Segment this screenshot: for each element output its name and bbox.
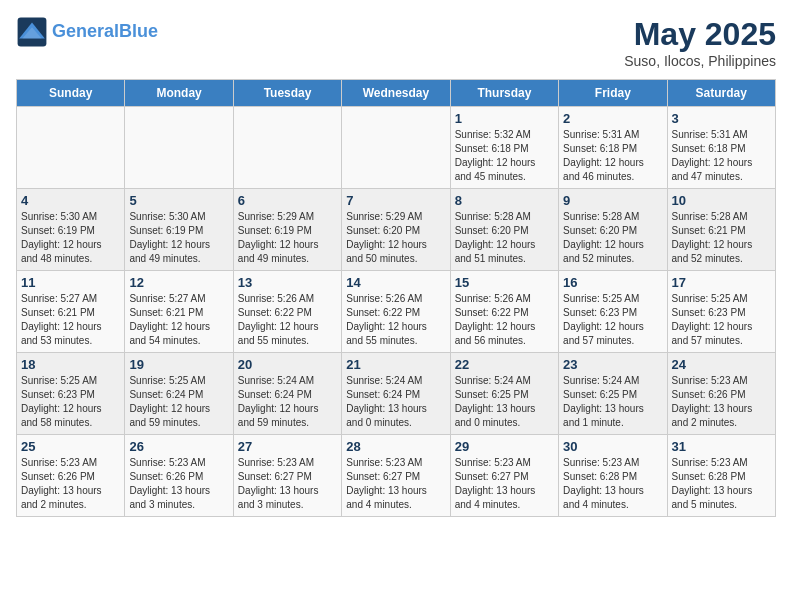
- day-number: 16: [563, 275, 662, 290]
- calendar-week-row: 11Sunrise: 5:27 AM Sunset: 6:21 PM Dayli…: [17, 271, 776, 353]
- calendar-cell: 25Sunrise: 5:23 AM Sunset: 6:26 PM Dayli…: [17, 435, 125, 517]
- weekday-header-wednesday: Wednesday: [342, 80, 450, 107]
- day-number: 20: [238, 357, 337, 372]
- weekday-header-sunday: Sunday: [17, 80, 125, 107]
- calendar-cell: 26Sunrise: 5:23 AM Sunset: 6:26 PM Dayli…: [125, 435, 233, 517]
- calendar-cell: 17Sunrise: 5:25 AM Sunset: 6:23 PM Dayli…: [667, 271, 775, 353]
- logo-text: GeneralBlue: [52, 22, 158, 42]
- day-number: 4: [21, 193, 120, 208]
- day-number: 5: [129, 193, 228, 208]
- calendar-table: SundayMondayTuesdayWednesdayThursdayFrid…: [16, 79, 776, 517]
- weekday-header-saturday: Saturday: [667, 80, 775, 107]
- calendar-cell: 15Sunrise: 5:26 AM Sunset: 6:22 PM Dayli…: [450, 271, 558, 353]
- day-info: Sunrise: 5:25 AM Sunset: 6:23 PM Dayligh…: [21, 374, 120, 430]
- day-info: Sunrise: 5:30 AM Sunset: 6:19 PM Dayligh…: [129, 210, 228, 266]
- weekday-header-monday: Monday: [125, 80, 233, 107]
- day-info: Sunrise: 5:31 AM Sunset: 6:18 PM Dayligh…: [672, 128, 771, 184]
- calendar-cell: 11Sunrise: 5:27 AM Sunset: 6:21 PM Dayli…: [17, 271, 125, 353]
- calendar-cell: 9Sunrise: 5:28 AM Sunset: 6:20 PM Daylig…: [559, 189, 667, 271]
- month-title: May 2025: [624, 16, 776, 53]
- calendar-cell: [125, 107, 233, 189]
- calendar-cell: [233, 107, 341, 189]
- day-number: 11: [21, 275, 120, 290]
- calendar-week-row: 25Sunrise: 5:23 AM Sunset: 6:26 PM Dayli…: [17, 435, 776, 517]
- day-number: 2: [563, 111, 662, 126]
- day-number: 24: [672, 357, 771, 372]
- day-number: 22: [455, 357, 554, 372]
- day-number: 15: [455, 275, 554, 290]
- day-number: 18: [21, 357, 120, 372]
- calendar-cell: 18Sunrise: 5:25 AM Sunset: 6:23 PM Dayli…: [17, 353, 125, 435]
- day-number: 17: [672, 275, 771, 290]
- weekday-header-row: SundayMondayTuesdayWednesdayThursdayFrid…: [17, 80, 776, 107]
- day-info: Sunrise: 5:23 AM Sunset: 6:27 PM Dayligh…: [346, 456, 445, 512]
- calendar-cell: 14Sunrise: 5:26 AM Sunset: 6:22 PM Dayli…: [342, 271, 450, 353]
- day-info: Sunrise: 5:23 AM Sunset: 6:26 PM Dayligh…: [21, 456, 120, 512]
- day-info: Sunrise: 5:26 AM Sunset: 6:22 PM Dayligh…: [346, 292, 445, 348]
- weekday-header-tuesday: Tuesday: [233, 80, 341, 107]
- day-info: Sunrise: 5:23 AM Sunset: 6:28 PM Dayligh…: [563, 456, 662, 512]
- day-number: 30: [563, 439, 662, 454]
- day-number: 23: [563, 357, 662, 372]
- day-info: Sunrise: 5:27 AM Sunset: 6:21 PM Dayligh…: [21, 292, 120, 348]
- day-info: Sunrise: 5:27 AM Sunset: 6:21 PM Dayligh…: [129, 292, 228, 348]
- day-info: Sunrise: 5:29 AM Sunset: 6:20 PM Dayligh…: [346, 210, 445, 266]
- day-info: Sunrise: 5:24 AM Sunset: 6:25 PM Dayligh…: [563, 374, 662, 430]
- day-info: Sunrise: 5:29 AM Sunset: 6:19 PM Dayligh…: [238, 210, 337, 266]
- day-info: Sunrise: 5:24 AM Sunset: 6:24 PM Dayligh…: [238, 374, 337, 430]
- calendar-cell: 5Sunrise: 5:30 AM Sunset: 6:19 PM Daylig…: [125, 189, 233, 271]
- calendar-cell: 20Sunrise: 5:24 AM Sunset: 6:24 PM Dayli…: [233, 353, 341, 435]
- calendar-cell: 3Sunrise: 5:31 AM Sunset: 6:18 PM Daylig…: [667, 107, 775, 189]
- day-number: 25: [21, 439, 120, 454]
- day-info: Sunrise: 5:24 AM Sunset: 6:24 PM Dayligh…: [346, 374, 445, 430]
- day-info: Sunrise: 5:28 AM Sunset: 6:20 PM Dayligh…: [455, 210, 554, 266]
- calendar-week-row: 4Sunrise: 5:30 AM Sunset: 6:19 PM Daylig…: [17, 189, 776, 271]
- day-number: 6: [238, 193, 337, 208]
- calendar-cell: 31Sunrise: 5:23 AM Sunset: 6:28 PM Dayli…: [667, 435, 775, 517]
- calendar-cell: 10Sunrise: 5:28 AM Sunset: 6:21 PM Dayli…: [667, 189, 775, 271]
- day-number: 8: [455, 193, 554, 208]
- calendar-cell: 28Sunrise: 5:23 AM Sunset: 6:27 PM Dayli…: [342, 435, 450, 517]
- logo: GeneralBlue: [16, 16, 158, 48]
- title-block: May 2025 Suso, Ilocos, Philippines: [624, 16, 776, 69]
- calendar-cell: 6Sunrise: 5:29 AM Sunset: 6:19 PM Daylig…: [233, 189, 341, 271]
- day-info: Sunrise: 5:28 AM Sunset: 6:20 PM Dayligh…: [563, 210, 662, 266]
- calendar-cell: 29Sunrise: 5:23 AM Sunset: 6:27 PM Dayli…: [450, 435, 558, 517]
- day-number: 13: [238, 275, 337, 290]
- weekday-header-friday: Friday: [559, 80, 667, 107]
- day-number: 26: [129, 439, 228, 454]
- day-number: 28: [346, 439, 445, 454]
- day-info: Sunrise: 5:32 AM Sunset: 6:18 PM Dayligh…: [455, 128, 554, 184]
- calendar-cell: 8Sunrise: 5:28 AM Sunset: 6:20 PM Daylig…: [450, 189, 558, 271]
- day-number: 21: [346, 357, 445, 372]
- day-number: 12: [129, 275, 228, 290]
- weekday-header-thursday: Thursday: [450, 80, 558, 107]
- day-number: 14: [346, 275, 445, 290]
- day-number: 29: [455, 439, 554, 454]
- day-info: Sunrise: 5:25 AM Sunset: 6:23 PM Dayligh…: [672, 292, 771, 348]
- day-info: Sunrise: 5:28 AM Sunset: 6:21 PM Dayligh…: [672, 210, 771, 266]
- calendar-cell: 27Sunrise: 5:23 AM Sunset: 6:27 PM Dayli…: [233, 435, 341, 517]
- calendar-week-row: 1Sunrise: 5:32 AM Sunset: 6:18 PM Daylig…: [17, 107, 776, 189]
- day-info: Sunrise: 5:30 AM Sunset: 6:19 PM Dayligh…: [21, 210, 120, 266]
- day-number: 10: [672, 193, 771, 208]
- page-header: GeneralBlue May 2025 Suso, Ilocos, Phili…: [16, 16, 776, 69]
- day-number: 1: [455, 111, 554, 126]
- calendar-cell: 16Sunrise: 5:25 AM Sunset: 6:23 PM Dayli…: [559, 271, 667, 353]
- calendar-cell: 12Sunrise: 5:27 AM Sunset: 6:21 PM Dayli…: [125, 271, 233, 353]
- logo-icon: [16, 16, 48, 48]
- calendar-cell: 13Sunrise: 5:26 AM Sunset: 6:22 PM Dayli…: [233, 271, 341, 353]
- day-number: 19: [129, 357, 228, 372]
- calendar-cell: 24Sunrise: 5:23 AM Sunset: 6:26 PM Dayli…: [667, 353, 775, 435]
- calendar-cell: 2Sunrise: 5:31 AM Sunset: 6:18 PM Daylig…: [559, 107, 667, 189]
- day-info: Sunrise: 5:26 AM Sunset: 6:22 PM Dayligh…: [455, 292, 554, 348]
- day-info: Sunrise: 5:31 AM Sunset: 6:18 PM Dayligh…: [563, 128, 662, 184]
- day-info: Sunrise: 5:23 AM Sunset: 6:27 PM Dayligh…: [238, 456, 337, 512]
- day-info: Sunrise: 5:25 AM Sunset: 6:23 PM Dayligh…: [563, 292, 662, 348]
- day-number: 3: [672, 111, 771, 126]
- day-info: Sunrise: 5:23 AM Sunset: 6:26 PM Dayligh…: [129, 456, 228, 512]
- calendar-cell: 23Sunrise: 5:24 AM Sunset: 6:25 PM Dayli…: [559, 353, 667, 435]
- calendar-week-row: 18Sunrise: 5:25 AM Sunset: 6:23 PM Dayli…: [17, 353, 776, 435]
- calendar-cell: 21Sunrise: 5:24 AM Sunset: 6:24 PM Dayli…: [342, 353, 450, 435]
- calendar-cell: 19Sunrise: 5:25 AM Sunset: 6:24 PM Dayli…: [125, 353, 233, 435]
